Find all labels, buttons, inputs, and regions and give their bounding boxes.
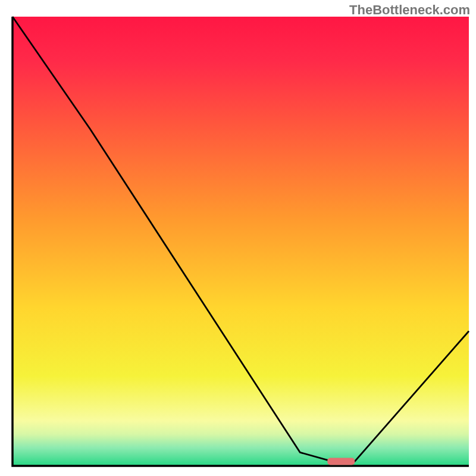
optimal-marker xyxy=(327,458,355,465)
chart-container: TheBottleneck.com xyxy=(0,0,476,476)
watermark-text: TheBottleneck.com xyxy=(349,2,470,18)
plot-background xyxy=(12,17,469,466)
bottleneck-chart xyxy=(0,0,476,476)
